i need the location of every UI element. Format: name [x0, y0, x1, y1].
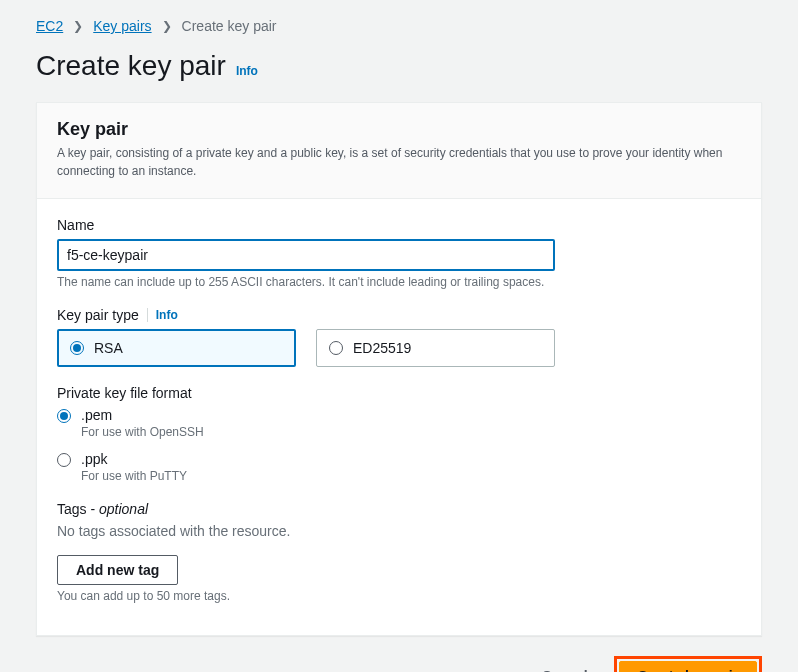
breadcrumb-ec2[interactable]: EC2 [36, 18, 63, 34]
type-option-label: RSA [94, 340, 123, 356]
radio-icon [57, 409, 71, 423]
radio-icon [57, 453, 71, 467]
chevron-right-icon: ❯ [162, 19, 172, 33]
file-format-field: Private key file format .pem For use wit… [57, 385, 741, 483]
breadcrumb-current: Create key pair [182, 18, 277, 34]
type-label: Key pair type [57, 307, 139, 323]
highlight-box: Create key pair [614, 656, 762, 672]
create-key-pair-button[interactable]: Create key pair [619, 661, 757, 672]
type-option-ed25519[interactable]: ED25519 [316, 329, 555, 367]
name-input[interactable] [57, 239, 555, 271]
add-new-tag-button[interactable]: Add new tag [57, 555, 178, 585]
tags-empty-text: No tags associated with the resource. [57, 523, 741, 539]
cancel-button[interactable]: Cancel [524, 662, 606, 672]
form-actions: Cancel Create key pair [36, 656, 762, 672]
panel-description: A key pair, consisting of a private key … [57, 144, 741, 180]
panel-header: Key pair A key pair, consisting of a pri… [37, 103, 761, 199]
tags-label: Tags - optional [57, 501, 741, 517]
format-option-ppk[interactable]: .ppk For use with PuTTY [57, 451, 741, 483]
radio-icon [329, 341, 343, 355]
format-option-label: .pem [81, 407, 204, 423]
format-option-label: .ppk [81, 451, 187, 467]
type-option-label: ED25519 [353, 340, 411, 356]
tags-limit-hint: You can add up to 50 more tags. [57, 589, 741, 603]
info-link[interactable]: Info [236, 64, 258, 78]
breadcrumb: EC2 ❯ Key pairs ❯ Create key pair [36, 18, 762, 34]
name-label: Name [57, 217, 741, 233]
tags-field: Tags - optional No tags associated with … [57, 501, 741, 603]
format-option-sub: For use with PuTTY [81, 469, 187, 483]
chevron-right-icon: ❯ [73, 19, 83, 33]
format-option-pem[interactable]: .pem For use with OpenSSH [57, 407, 741, 439]
info-link-type[interactable]: Info [156, 308, 178, 322]
radio-icon [70, 341, 84, 355]
format-option-sub: For use with OpenSSH [81, 425, 204, 439]
type-option-rsa[interactable]: RSA [57, 329, 296, 367]
page-title: Create key pair [36, 50, 226, 82]
divider [147, 308, 148, 322]
key-pair-type-field: Key pair type Info RSA ED25519 [57, 307, 741, 367]
panel-title: Key pair [57, 119, 741, 140]
name-field: Name The name can include up to 255 ASCI… [57, 217, 741, 289]
format-label: Private key file format [57, 385, 741, 401]
key-pair-panel: Key pair A key pair, consisting of a pri… [36, 102, 762, 636]
breadcrumb-key-pairs[interactable]: Key pairs [93, 18, 151, 34]
name-hint: The name can include up to 255 ASCII cha… [57, 275, 741, 289]
